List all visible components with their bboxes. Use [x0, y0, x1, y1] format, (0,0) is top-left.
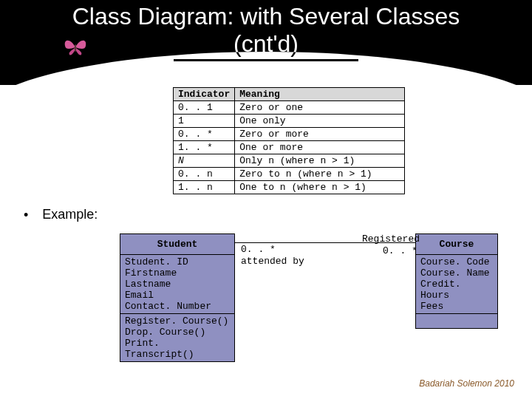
class-student-name: Student	[120, 234, 234, 255]
multiplicity-table: Indicator Meaning 0. . 1Zero or one 1One…	[173, 87, 405, 194]
assoc-role: attended by	[241, 256, 304, 267]
class-course: Course Course. Code Course. Name Credit.…	[415, 233, 498, 329]
class-course-name: Course	[416, 234, 497, 255]
bullet-label: Example:	[42, 207, 98, 222]
class-course-attrs: Course. Code Course. Name Credit. Hours …	[416, 255, 497, 314]
table-row: 0. . *Zero or more	[174, 128, 405, 141]
th-indicator: Indicator	[174, 88, 235, 101]
example-bullet: • Example:	[24, 207, 98, 223]
class-course-ops	[416, 314, 497, 328]
assoc-name: Registered	[346, 233, 420, 245]
class-student-attrs: Student. ID Firstname Lastname Email Con…	[120, 255, 234, 314]
table-row: 1One only	[174, 115, 405, 128]
title-line-2: (cnt'd)	[174, 30, 358, 61]
table-row: NOnly n (where n > 1)	[174, 154, 405, 168]
title-line-1: Class Diagram: with Several Classes	[72, 3, 460, 30]
class-student: Student Student. ID Firstname Lastname E…	[120, 233, 235, 362]
table-row: 0. . 1Zero or one	[174, 101, 405, 115]
assoc-right-multiplicity: 0. . *	[383, 245, 417, 256]
bullet-dot-icon: •	[24, 208, 28, 222]
table-row: 1. . nOne to n (where n > 1)	[174, 181, 405, 194]
class-student-ops: Register. Course() Drop. Course() Print.…	[120, 314, 234, 361]
table-row: 1. . *One or more	[174, 141, 405, 154]
footer-credit: Badariah Solemon 2010	[419, 378, 514, 389]
assoc-left-multiplicity: 0. . *	[241, 244, 276, 255]
slide-title: Class Diagram: with Several Classes (cnt…	[0, 3, 532, 61]
table-row: 0. . nZero to n (where n > 1)	[174, 168, 405, 181]
th-meaning: Meaning	[235, 88, 405, 101]
